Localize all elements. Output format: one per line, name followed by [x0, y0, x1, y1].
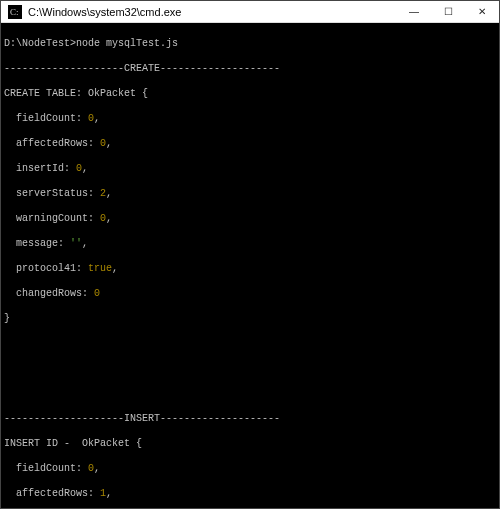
prompt-line: D:\NodeTest>node mysqlTest.js [4, 38, 496, 51]
section-header-insert: --------------------INSERT--------------… [4, 413, 496, 426]
close-icon: ✕ [478, 6, 486, 17]
output-line: } [4, 313, 496, 326]
output-line: serverStatus: 2, [4, 188, 496, 201]
cmd-icon: C: [7, 4, 23, 20]
output-line [4, 363, 496, 376]
output-line: message: '', [4, 238, 496, 251]
maximize-button[interactable]: ☐ [431, 1, 465, 22]
terminal-output[interactable]: D:\NodeTest>node mysqlTest.js ----------… [1, 23, 499, 508]
minimize-button[interactable]: — [397, 1, 431, 22]
output-line [4, 388, 496, 401]
titlebar[interactable]: C: C:\Windows\system32\cmd.exe — ☐ ✕ [1, 1, 499, 23]
output-line: protocol41: true, [4, 263, 496, 276]
output-line: fieldCount: 0, [4, 463, 496, 476]
window-title: C:\Windows\system32\cmd.exe [28, 6, 397, 18]
section-header-create: --------------------CREATE--------------… [4, 63, 496, 76]
maximize-icon: ☐ [444, 6, 453, 17]
output-line: changedRows: 0 [4, 288, 496, 301]
output-line: warningCount: 0, [4, 213, 496, 226]
output-line: CREATE TABLE: OkPacket { [4, 88, 496, 101]
output-line: affectedRows: 1, [4, 488, 496, 501]
window-controls: — ☐ ✕ [397, 1, 499, 22]
cmd-window: C: C:\Windows\system32\cmd.exe — ☐ ✕ D:\… [0, 0, 500, 509]
output-line: affectedRows: 0, [4, 138, 496, 151]
minimize-icon: — [409, 6, 419, 17]
output-line: INSERT ID - OkPacket { [4, 438, 496, 451]
svg-text:C:: C: [10, 7, 19, 17]
output-line: insertId: 0, [4, 163, 496, 176]
output-line [4, 338, 496, 351]
output-line: fieldCount: 0, [4, 113, 496, 126]
close-button[interactable]: ✕ [465, 1, 499, 22]
